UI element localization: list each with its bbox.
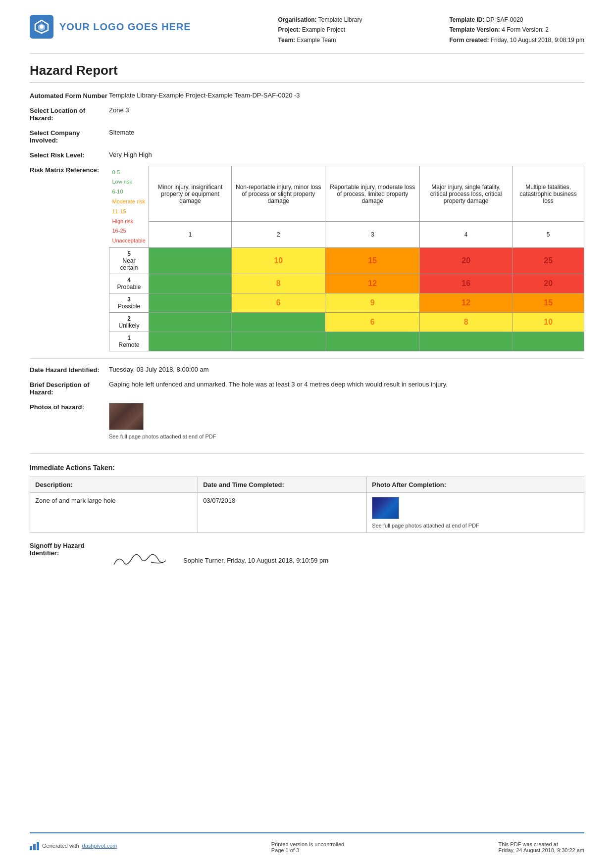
bar-2 [33,844,36,850]
footer-uncontrolled: Printed version is uncontrolled Page 1 o… [271,841,344,853]
matrix-cell-r0-c4: 25 [512,248,584,274]
matrix-cell-r2-c0: 3 [149,293,232,313]
actions-photo-1: See full page photos attached at end of … [367,493,584,533]
matrix-cell-r4-c2: 3 [325,332,420,351]
matrix-cell-r4-c1: 2 [232,332,325,351]
col-num-5: 5 [512,222,584,248]
col-num-3: 3 [325,222,420,248]
matrix-cell-r1-c4: 20 [512,274,584,293]
matrix-cell-r4-c3: 4 [419,332,512,351]
photo-thumb [109,403,144,430]
template-version-label: Template Version: [449,26,500,33]
form-number-row: Automated Form Number Template Library-E… [30,92,584,99]
actions-description-1: Zone of and mark large hole [30,493,198,533]
project-label: Project: [278,26,301,33]
row-label-3: 2Unlikely [109,313,149,332]
signoff-person: Sophie Turner, Friday, 10 August 2018, 9… [183,542,328,564]
col-header-3: Reportable injury, moderate loss of proc… [325,166,420,222]
date-row: Date Hazard Identified: Tuesday, 03 July… [30,366,584,374]
actions-col-description: Description: [30,477,198,493]
org-value: Template Library [318,16,362,23]
actions-date-1: 03/07/2018 [198,493,367,533]
risk-level-row: Select Risk Level: Very High High [30,151,584,159]
form-version-label: Form Version: [507,26,544,33]
footer-created: This PDF was created at Friday, 24 Augus… [499,841,584,853]
signoff-label: Signoff by Hazard Identifier: [30,542,109,557]
header: YOUR LOGO GOES HERE Organisation: Templa… [30,15,584,54]
col-header-4: Major injury, single fatality, critical … [419,166,512,222]
company-row: Select Company Involved: Sitemate [30,129,584,144]
actions-col-photo: Photo After Completion: [367,477,584,493]
footer-brand: Generated with dashpivot.com [30,841,117,850]
project-value: Example Project [302,26,345,33]
form-number-label: Automated Form Number [30,92,109,99]
legend-moderate: Moderate risk11-15 [112,197,146,217]
team-value: Example Team [297,37,336,44]
matrix-cell-r0-c1: 10 [232,248,325,274]
risk-matrix-table-container: 0-5Low risk6-10 Moderate risk11-15 High … [109,166,584,351]
header-org: Organisation: Template Library Project: … [278,15,362,45]
form-version-value: 2 [545,26,549,33]
col-num-4: 4 [419,222,512,248]
matrix-cell-r1-c2: 12 [325,274,420,293]
company-label: Select Company Involved: [30,129,109,144]
photos-value: See full page photos attached at end of … [109,403,584,439]
risk-matrix-label: Risk Matrix Reference: [30,166,109,351]
description-value: Gaping hole left unfenced and unmarked. … [109,381,584,396]
footer: Generated with dashpivot.com Printed ver… [30,832,584,853]
photos-row: Photos of hazard: See full page photos a… [30,403,584,439]
matrix-cell-r3-c0: 2 [149,313,232,332]
risk-legend-cell: 0-5Low risk6-10 Moderate risk11-15 High … [109,166,149,248]
actions-col-date: Date and Time Completed: [198,477,367,493]
photo-caption: See full page photos attached at end of … [109,434,584,439]
legend-low: 0-5Low risk6-10 [112,168,146,197]
footer-created-date: Friday, 24 August 2018, 9:30:22 am [499,847,584,853]
footer-generated-text: Generated with [42,843,79,849]
risk-matrix-row: Risk Matrix Reference: 0-5Low risk6-10 M… [30,166,584,351]
actions-row-1: Zone of and mark large hole 03/07/2018 S… [30,493,584,533]
description-label: Brief Description of Hazard: [30,381,109,396]
photo-thumbnail [109,403,584,432]
form-number-value: Template Library-Example Project-Example… [109,92,584,99]
org-label: Organisation: [278,16,317,23]
matrix-cell-r2-c3: 12 [419,293,512,313]
team-label: Team: [278,37,295,44]
divider-2 [30,453,584,454]
logo-section: YOUR LOGO GOES HERE [30,15,191,39]
row-label-2: 3Possible [109,293,149,313]
matrix-cell-r3-c2: 6 [325,313,420,332]
matrix-cell-r3-c1: 4 [232,313,325,332]
logo-svg [34,19,49,34]
bar-1 [30,846,32,850]
col-num-1: 1 [149,222,232,248]
col-num-2: 2 [232,222,325,248]
immediate-actions-title: Immediate Actions Taken: [30,464,584,472]
row-label-4: 1Remote [109,332,149,351]
signoff-value: Sophie Turner, Friday, 10 August 2018, 9… [109,542,328,572]
svg-point-0 [40,25,44,29]
footer-uncontrolled-text: Printed version is uncontrolled [271,841,344,847]
photos-label: Photos of hazard: [30,403,109,439]
footer-page-text: Page 1 of 3 [271,847,344,853]
signature-svg [109,540,168,570]
risk-level-value: Very High High [109,151,584,159]
legend-high: High risk16-25Unacceptable [112,217,146,246]
page: YOUR LOGO GOES HERE Organisation: Templa… [0,0,614,868]
matrix-cell-r1-c0: 4 [149,274,232,293]
report-title: Hazard Report [30,63,584,83]
signoff-row: Signoff by Hazard Identifier: Sophie Tur… [30,542,584,572]
actions-photo-thumb [372,497,399,519]
col-header-5: Multiple fatalities, catastrophic busine… [512,166,584,222]
logo-icon [30,15,53,39]
date-value: Tuesday, 03 July 2018, 8:00:00 am [109,366,584,374]
matrix-cell-r3-c4: 10 [512,313,584,332]
location-value: Zone 3 [109,106,584,122]
risk-legend: 0-5Low risk6-10 Moderate risk11-15 High … [112,168,146,246]
location-row: Select Location of Hazard: Zone 3 [30,106,584,122]
risk-matrix-table: 0-5Low risk6-10 Moderate risk11-15 High … [109,166,584,351]
matrix-cell-r0-c2: 15 [325,248,420,274]
footer-brand-link[interactable]: dashpivot.com [82,843,117,849]
footer-created-text: This PDF was created at [499,841,584,847]
matrix-cell-r3-c3: 8 [419,313,512,332]
risk-level-label: Select Risk Level: [30,151,109,159]
